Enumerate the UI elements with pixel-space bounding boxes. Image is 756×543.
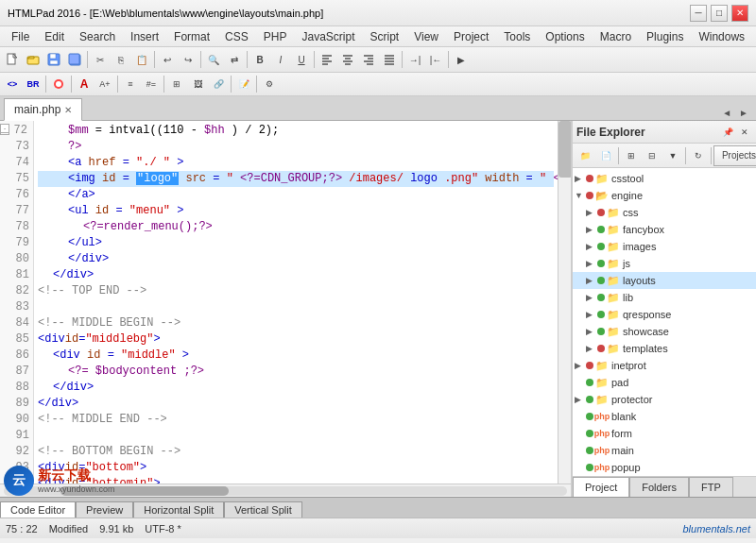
menu-script[interactable]: Script <box>363 26 407 46</box>
tab-main-php[interactable]: main.php ✕ <box>4 98 82 121</box>
fe-close-button[interactable]: ✕ <box>737 125 752 140</box>
fe-tab-ftp[interactable]: FTP <box>689 477 733 497</box>
tag-button[interactable]: <> <box>2 74 23 94</box>
br-button[interactable]: BR <box>23 74 43 94</box>
bottom-tab-h-split[interactable]: Horizontal Split <box>133 501 224 518</box>
tree-item-protector[interactable]: ▶ 📁 protector <box>573 391 756 408</box>
tree-item-csstool[interactable]: ▶ 📁 csstool <box>573 170 756 187</box>
tree-item-pad[interactable]: 📁 pad <box>573 374 756 391</box>
save-all-button[interactable] <box>64 49 85 70</box>
tree-item-main[interactable]: php main <box>573 442 756 459</box>
tree-item-lib[interactable]: ▶ 📁 lib <box>573 289 756 306</box>
code-editor[interactable]: - 72 73 74 - 75 76 77 78 79 80 81 82 83 … <box>0 121 572 497</box>
link-button[interactable]: 🔗 <box>208 74 229 94</box>
menu-project[interactable]: Project <box>446 26 496 46</box>
bottom-tab-code-editor[interactable]: Code Editor <box>0 501 76 518</box>
copy-button[interactable]: ⎘ <box>111 49 131 70</box>
editor-scrollbar[interactable] <box>558 121 571 484</box>
tree-item-inetprot[interactable]: ▶ 📁 inetprot <box>573 357 756 374</box>
tree-item-js[interactable]: ▶ 📁 js <box>573 255 756 272</box>
align-center-button[interactable] <box>337 49 358 70</box>
save-button[interactable] <box>43 49 64 70</box>
tree-item-showcase[interactable]: ▶ 📁 showcase <box>573 323 756 340</box>
tree-item-blank[interactable]: php blank <box>573 408 756 425</box>
table-button[interactable]: ⊞ <box>166 74 187 94</box>
list-ol-button[interactable]: #= <box>141 74 162 94</box>
new-button[interactable] <box>2 49 23 70</box>
fe-new-folder-button[interactable]: 📁 <box>575 145 595 166</box>
horizontal-scrollbar[interactable] <box>0 484 571 497</box>
close-button[interactable]: ✕ <box>731 5 748 22</box>
fe-projects-button[interactable]: Projects <box>713 145 756 166</box>
tab-next-arrow[interactable]: ► <box>735 106 752 120</box>
tree-item-css[interactable]: ▶ 📁 css <box>573 204 756 221</box>
menu-javascript[interactable]: JavaScript <box>294 26 362 46</box>
format-button[interactable]: ⚙ <box>259 74 280 94</box>
indent-button[interactable]: →| <box>404 49 425 70</box>
tree-item-form[interactable]: php form <box>573 425 756 442</box>
tree-item-engine[interactable]: ▼ 📂 engine <box>573 187 756 204</box>
status-encoding: UTF-8 * <box>145 523 181 535</box>
list-ul-button[interactable]: ≡ <box>120 74 141 94</box>
fe-filter-button[interactable]: ▼ <box>662 145 683 166</box>
fe-collapse-button[interactable]: ⊟ <box>642 145 662 166</box>
tab-close-icon[interactable]: ✕ <box>64 105 72 115</box>
redo-button[interactable]: ↪ <box>178 49 198 70</box>
justify-button[interactable] <box>379 49 400 70</box>
menu-css[interactable]: CSS <box>217 26 256 46</box>
h-scroll-thumb[interactable] <box>60 486 230 496</box>
menu-file[interactable]: File <box>4 26 37 46</box>
menu-insert[interactable]: Insert <box>123 26 166 46</box>
fe-tab-project[interactable]: Project <box>573 477 629 497</box>
menu-macro[interactable]: Macro <box>593 26 639 46</box>
menu-tools[interactable]: Tools <box>496 26 538 46</box>
snippet-button[interactable]: 📝 <box>233 74 254 94</box>
code-content[interactable]: $mm = intval((110 - $hh ) / 2); ?> <box>34 121 558 484</box>
maximize-button[interactable]: □ <box>711 5 728 22</box>
menu-view[interactable]: View <box>406 26 446 46</box>
menu-edit[interactable]: Edit <box>37 26 72 46</box>
minimize-button[interactable]: ─ <box>690 5 707 22</box>
replace-button[interactable]: ⇄ <box>224 49 245 70</box>
a-font-button[interactable]: A <box>74 74 94 94</box>
preview-button[interactable]: ▶ <box>451 49 472 70</box>
undo-button[interactable]: ↩ <box>157 49 178 70</box>
menu-plugins[interactable]: Plugins <box>639 26 691 46</box>
scroll-thumb-v[interactable] <box>558 121 571 178</box>
find-button[interactable]: 🔍 <box>203 49 224 70</box>
cut-button[interactable]: ✂ <box>90 49 111 70</box>
underline-button[interactable]: U <box>291 49 312 70</box>
bottom-tab-preview[interactable]: Preview <box>76 501 133 518</box>
outdent-button[interactable]: |← <box>425 49 446 70</box>
tree-item-images[interactable]: ▶ 📁 images <box>573 238 756 255</box>
bottom-tab-v-split[interactable]: Vertical Split <box>224 501 302 518</box>
menu-help[interactable]: Help <box>752 26 756 46</box>
menu-options[interactable]: Options <box>538 26 592 46</box>
menu-format[interactable]: Format <box>166 26 217 46</box>
menu-search[interactable]: Search <box>72 26 123 46</box>
menu-php[interactable]: PHP <box>256 26 295 46</box>
align-right-button[interactable] <box>358 49 379 70</box>
bold-button[interactable]: B <box>249 49 270 70</box>
menu-windows[interactable]: Windows <box>691 26 752 46</box>
tree-item-qresponse[interactable]: ▶ 📁 qresponse <box>573 306 756 323</box>
fold-93[interactable]: - <box>0 124 9 133</box>
fe-refresh-button[interactable]: ↻ <box>688 145 709 166</box>
fe-new-file-button[interactable]: 📄 <box>595 145 616 166</box>
fe-expand-button[interactable]: ⊞ <box>621 145 642 166</box>
paste-button[interactable]: 📋 <box>131 49 152 70</box>
tree-item-layouts[interactable]: ▶ 📁 layouts <box>573 272 756 289</box>
font-size-button[interactable]: A+ <box>94 74 115 94</box>
italic-button[interactable]: I <box>270 49 291 70</box>
tree-item-fancybox[interactable]: ▶ 📁 fancybox <box>573 221 756 238</box>
color-picker-button[interactable] <box>48 74 69 94</box>
line-87: 87 <box>0 364 33 380</box>
tree-item-templates[interactable]: ▶ 📁 templates <box>573 340 756 357</box>
align-left-button[interactable] <box>317 49 337 70</box>
fe-tab-folders[interactable]: Folders <box>629 477 689 497</box>
open-button[interactable] <box>23 49 43 70</box>
fe-pin-button[interactable]: 📌 <box>720 125 735 140</box>
tab-prev-arrow[interactable]: ◄ <box>718 106 735 120</box>
tree-item-popup[interactable]: php popup <box>573 459 756 476</box>
image-button[interactable]: 🖼 <box>187 74 208 94</box>
